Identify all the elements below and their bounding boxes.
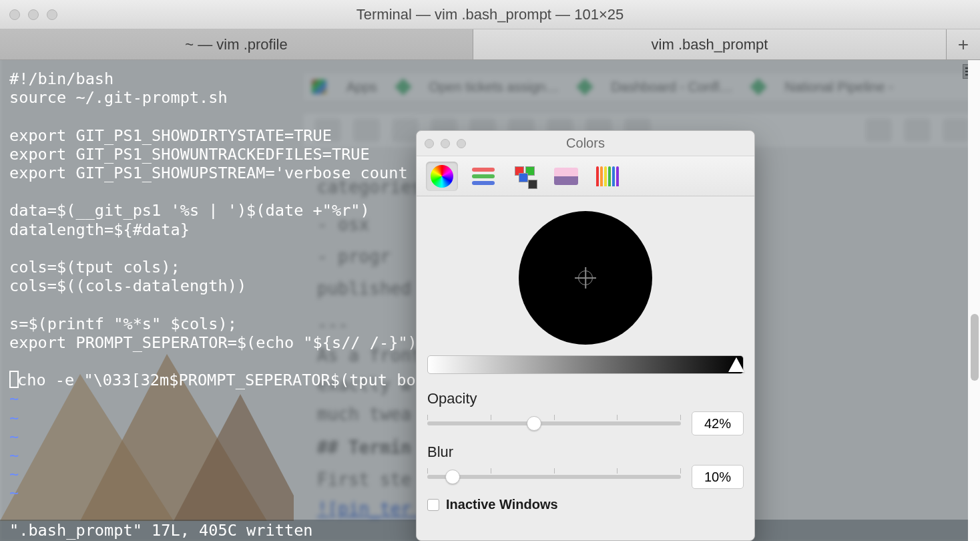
tab-bash-prompt[interactable]: vim .bash_prompt: [473, 29, 947, 59]
vim-tilde: ~: [9, 409, 19, 427]
pencils-icon: [596, 166, 619, 186]
code-line: s=$(printf "%*s" $cols);: [9, 315, 237, 333]
color-palettes-tab[interactable]: [509, 162, 541, 191]
code-line: export PROMPT_SEPERATOR=$(echo "${s// /-…: [9, 333, 417, 352]
opacity-label: Opacity: [427, 390, 744, 407]
vim-tilde: ~: [9, 389, 19, 408]
close-button[interactable]: [9, 9, 20, 20]
code-line: export GIT_PS1_SHOWUPSTREAM='verbose cou…: [9, 164, 427, 182]
opacity-value[interactable]: 42%: [692, 411, 744, 435]
brightness-slider[interactable]: [427, 355, 744, 374]
colors-title: Colors: [417, 136, 754, 151]
code-line: cols=$(tput cols);: [9, 258, 180, 277]
minimize-button[interactable]: [28, 9, 39, 20]
vim-tilde: ~: [9, 465, 19, 484]
color-wheel-icon: [431, 165, 453, 188]
vim-tilde: ~: [9, 484, 19, 502]
scroll-thumb[interactable]: [971, 314, 979, 381]
reticle-icon[interactable]: [578, 270, 593, 285]
blur-slider[interactable]: [427, 475, 681, 479]
color-wheel-tab[interactable]: [426, 162, 458, 191]
code-line: cho -e "\033[32m$PROMPT_SEPERATOR$(tput …: [17, 371, 425, 389]
code-line: datalength=${#data}: [9, 220, 190, 239]
vim-tilde: ~: [9, 446, 19, 465]
tab-bar: ~ — vim .profile vim .bash_prompt +: [0, 29, 980, 60]
inactive-windows-label: Inactive Windows: [446, 497, 558, 512]
colors-titlebar[interactable]: Colors: [417, 131, 754, 156]
window-title: Terminal — vim .bash_prompt — 101×25: [0, 6, 980, 23]
color-sliders-tab[interactable]: [467, 162, 499, 191]
code-line: export GIT_PS1_SHOWDIRTYSTATE=TRUE: [9, 126, 332, 145]
image-palettes-tab[interactable]: [550, 162, 582, 191]
blur-label: Blur: [427, 443, 744, 461]
code-line: #!/bin/bash: [9, 69, 113, 88]
scrollbar[interactable]: [968, 60, 980, 541]
tab-profile[interactable]: ~ — vim .profile: [0, 29, 473, 59]
blur-knob[interactable]: [445, 470, 460, 484]
opacity-slider[interactable]: [427, 421, 681, 425]
inactive-windows-checkbox[interactable]: [427, 499, 439, 511]
opacity-knob[interactable]: [527, 416, 541, 431]
title-bar[interactable]: Terminal — vim .bash_prompt — 101×25: [0, 0, 980, 29]
colors-panel[interactable]: Colors Opacity: [416, 130, 755, 541]
pencils-tab[interactable]: [591, 162, 624, 191]
colors-toolbar: [417, 156, 754, 196]
brightness-knob[interactable]: [728, 357, 744, 372]
code-line: source ~/.git-prompt.sh: [9, 88, 228, 107]
code-line: data=$(__git_ps1 '%s | ')$(date +"%r"): [9, 201, 370, 220]
code-line: export GIT_PS1_SHOWUNTRACKEDFILES=TRUE: [9, 145, 370, 164]
palette-icon: [515, 166, 535, 186]
color-wheel[interactable]: [519, 211, 652, 345]
vim-tilde: ~: [9, 427, 19, 446]
zoom-button[interactable]: [47, 9, 57, 20]
new-tab-button[interactable]: +: [947, 29, 980, 59]
blur-value[interactable]: 10%: [692, 465, 744, 489]
image-icon: [554, 168, 578, 185]
sliders-icon: [472, 168, 495, 185]
code-line: cols=$((cols-datalength)): [9, 277, 246, 295]
